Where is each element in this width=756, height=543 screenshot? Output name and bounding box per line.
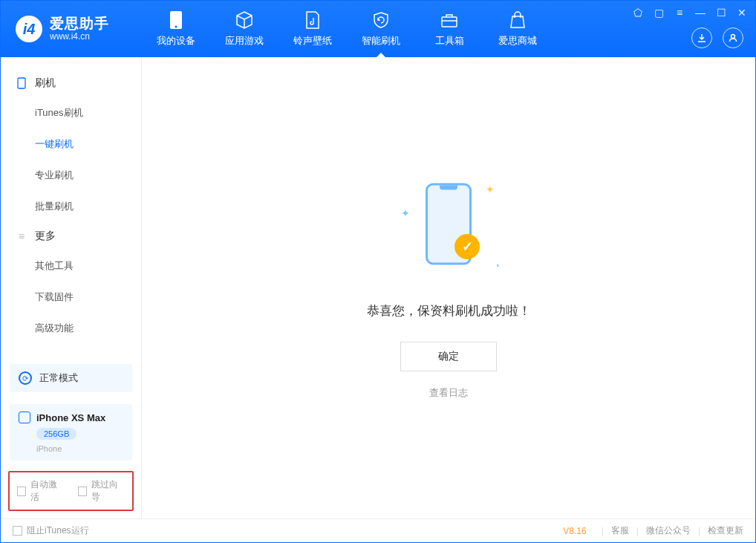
refresh-shield-icon xyxy=(371,10,391,30)
close-button[interactable]: ✕ xyxy=(736,7,748,19)
tab-store[interactable]: 爱思商城 xyxy=(483,1,552,57)
svg-point-4 xyxy=(731,35,735,39)
lock-icon[interactable]: ▢ xyxy=(653,7,665,19)
nav-tabs: 我的设备 应用游戏 铃声壁纸 智能刷机 工具箱 爱思商城 xyxy=(142,1,552,57)
status-link-wechat[interactable]: 微信公众号 xyxy=(646,524,691,537)
sidebar-section-flash: 刷机 xyxy=(1,69,141,97)
window-controls: ⬠ ▢ ≡ — ☐ ✕ xyxy=(632,7,748,19)
checkbox-icon xyxy=(13,526,22,536)
sidebar-item-download-firmware[interactable]: 下载固件 xyxy=(1,282,141,313)
check-badge-icon: ✓ xyxy=(454,234,480,259)
device-mode-label: 正常模式 xyxy=(39,371,78,385)
checkbox-icon xyxy=(17,487,26,496)
sparkle-icon: ✦ xyxy=(486,183,495,195)
header-actions xyxy=(691,27,743,48)
sidebar-item-oneclick-flash[interactable]: 一键刷机 xyxy=(1,129,141,160)
tab-ringtones-wallpapers[interactable]: 铃声壁纸 xyxy=(278,1,347,57)
cube-icon xyxy=(235,10,254,30)
ok-button[interactable]: 确定 xyxy=(400,342,497,371)
highlighted-options: 自动激活 跳过向导 xyxy=(8,471,134,511)
music-file-icon xyxy=(303,10,322,30)
checkbox-icon xyxy=(78,487,87,496)
logo-area: i4 爱思助手 www.i4.cn xyxy=(1,16,142,42)
device-capacity: 256GB xyxy=(36,428,76,440)
svg-point-1 xyxy=(175,26,177,28)
app-url: www.i4.cn xyxy=(50,32,109,42)
sidebar-item-other-tools[interactable]: 其他工具 xyxy=(1,250,141,282)
success-illustration: ✦ ✦ • ✓ xyxy=(397,176,501,280)
sidebar-item-pro-flash[interactable]: 专业刷机 xyxy=(1,160,141,191)
sidebar-section-more: ≡ 更多 xyxy=(1,222,141,250)
titlebar: i4 爱思助手 www.i4.cn 我的设备 应用游戏 铃声壁纸 智能刷机 xyxy=(1,1,755,57)
body: 刷机 iTunes刷机 一键刷机 专业刷机 批量刷机 ≡ 更多 其他工具 下载固… xyxy=(1,57,755,518)
svg-rect-5 xyxy=(18,78,25,88)
statusbar: 阻止iTunes运行 V8.16 | 客服 | 微信公众号 | 检查更新 xyxy=(1,518,755,542)
minimize-button[interactable]: — xyxy=(694,7,706,19)
logo-icon: i4 xyxy=(16,16,42,42)
auto-activate-checkbox[interactable]: 自动激活 xyxy=(17,478,65,504)
sidebar-item-batch-flash[interactable]: 批量刷机 xyxy=(1,191,141,222)
skip-guide-checkbox[interactable]: 跳过向导 xyxy=(78,478,126,504)
user-icon[interactable] xyxy=(723,27,743,48)
device-mode-card[interactable]: ⟳ 正常模式 xyxy=(10,364,132,392)
device-icon xyxy=(166,10,186,30)
status-link-update[interactable]: 检查更新 xyxy=(708,524,743,537)
menu-icon[interactable]: ≡ xyxy=(674,7,685,19)
status-link-support[interactable]: 客服 xyxy=(611,524,629,537)
tab-my-device[interactable]: 我的设备 xyxy=(142,1,210,57)
svg-rect-2 xyxy=(442,17,457,27)
device-small-icon xyxy=(19,412,30,423)
sidebar-item-advanced[interactable]: 高级功能 xyxy=(1,313,141,344)
sidebar: 刷机 iTunes刷机 一键刷机 专业刷机 批量刷机 ≡ 更多 其他工具 下载固… xyxy=(1,57,142,518)
download-icon[interactable] xyxy=(691,27,712,48)
success-message: 恭喜您，保资料刷机成功啦！ xyxy=(367,302,531,319)
phone-small-icon xyxy=(16,77,27,89)
tab-toolbox[interactable]: 工具箱 xyxy=(415,1,483,57)
sparkle-icon: • xyxy=(496,261,499,270)
bag-icon xyxy=(508,10,527,30)
list-icon: ≡ xyxy=(16,230,27,242)
tab-apps-games[interactable]: 应用游戏 xyxy=(210,1,278,57)
main-content: ✦ ✦ • ✓ 恭喜您，保资料刷机成功啦！ 确定 查看日志 xyxy=(142,57,755,518)
mode-dot-icon: ⟳ xyxy=(19,371,32,385)
device-info-card[interactable]: iPhone XS Max 256GB iPhone xyxy=(10,404,132,461)
app-name: 爱思助手 xyxy=(50,16,109,32)
sparkle-icon: ✦ xyxy=(401,207,410,219)
block-itunes-checkbox[interactable]: 阻止iTunes运行 xyxy=(13,524,89,537)
toolbox-icon xyxy=(440,10,459,30)
version-label: V8.16 xyxy=(563,526,586,536)
shirt-icon[interactable]: ⬠ xyxy=(632,7,644,19)
app-window: i4 爱思助手 www.i4.cn 我的设备 应用游戏 铃声壁纸 智能刷机 xyxy=(0,0,756,543)
view-log-link[interactable]: 查看日志 xyxy=(429,386,468,400)
device-name: iPhone XS Max xyxy=(36,412,105,423)
maximize-button[interactable]: ☐ xyxy=(715,7,727,19)
sidebar-item-itunes-flash[interactable]: iTunes刷机 xyxy=(1,97,141,129)
device-model: iPhone xyxy=(36,444,123,453)
tab-smart-flash[interactable]: 智能刷机 xyxy=(347,1,415,57)
